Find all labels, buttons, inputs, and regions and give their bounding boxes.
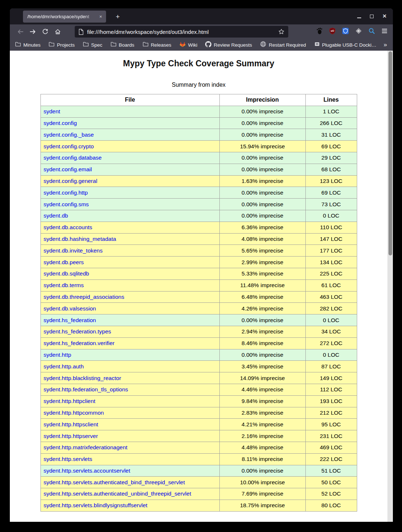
file-link[interactable]: sydent <box>44 108 61 114</box>
bookmark-item[interactable]: Boards <box>110 42 134 48</box>
bookmark-item[interactable]: Minutes <box>15 42 40 48</box>
file-link[interactable]: sydent.db.hashing_metadata <box>44 236 116 242</box>
file-link[interactable]: sydent.http.blacklisting_reactor <box>44 375 121 381</box>
file-link[interactable]: sydent.hs_federation <box>44 317 96 323</box>
file-link[interactable]: sydent.config.http <box>44 189 88 196</box>
url-text[interactable]: file:///home/dmr/workspace/sydent/out3/i… <box>87 29 278 35</box>
bookmark-item[interactable]: Restart Required <box>260 41 306 49</box>
file-link[interactable]: sydent.db.threepid_associations <box>44 294 124 300</box>
file-link[interactable]: sydent.http.httpcommon <box>44 410 104 416</box>
gnome-foot-icon[interactable] <box>316 27 323 36</box>
url-bar[interactable]: file:///home/dmr/workspace/sydent/out3/i… <box>75 26 288 38</box>
file-link[interactable]: sydent.http.servlets.authenticated_unbin… <box>44 490 191 497</box>
file-link[interactable]: sydent.db.valsession <box>44 305 96 312</box>
file-cell: sydent.db.peers <box>40 257 219 268</box>
file-link[interactable]: sydent.config._base <box>44 132 94 138</box>
imprecision-cell: 4.48% imprecise <box>219 442 305 453</box>
bookmark-item[interactable]: Review Requests <box>205 41 252 49</box>
lines-cell: 282 LOC <box>305 303 357 314</box>
new-tab-button[interactable]: + <box>113 12 122 21</box>
bookmark-star-icon[interactable] <box>278 28 285 35</box>
imprecision-cell: 1.63% imprecise <box>219 175 305 187</box>
search-button[interactable] <box>368 27 375 36</box>
file-link[interactable]: sydent.http.servlets.blindlysignstuffser… <box>44 502 148 508</box>
file-link[interactable]: sydent.http.httpclient <box>44 398 95 404</box>
table-row: sydent.http.servlets.authenticated_unbin… <box>40 488 357 500</box>
file-link[interactable]: sydent.http.servlets.accountservlet <box>44 468 130 474</box>
tab-close-icon[interactable]: × <box>97 13 104 20</box>
home-button[interactable] <box>51 26 64 37</box>
file-link[interactable]: sydent.config <box>44 120 77 126</box>
table-row: sydent.http.servlets.authenticated_bind_… <box>40 477 357 488</box>
lines-cell: 110 LOC <box>305 222 357 233</box>
table-row: sydent.http.auth3.45% imprecise87 LOC <box>40 361 357 372</box>
gitlab-icon <box>179 41 186 49</box>
lines-cell: 50 LOC <box>305 477 357 488</box>
file-link[interactable]: sydent.config.email <box>44 166 92 172</box>
bookmark-label: Plugable USB-C Docki… <box>322 42 376 48</box>
file-link[interactable]: sydent.http.servlets.authenticated_bind_… <box>44 479 185 485</box>
imprecision-cell: 18.75% imprecise <box>219 500 305 511</box>
tab[interactable]: /home/dmr/workspace/sydent × <box>23 11 106 23</box>
page-title: Mypy Type Check Coverage Summary <box>10 59 387 69</box>
bitwarden-icon[interactable] <box>342 27 349 36</box>
file-link[interactable]: sydent.hs_federation.verifier <box>44 340 115 346</box>
file-cell: sydent.hs_federation <box>40 314 219 326</box>
maximize-icon <box>370 15 374 18</box>
file-cell: sydent.db.hashing_metadata <box>40 233 219 245</box>
file-link[interactable]: sydent.http.httpsclient <box>44 421 98 427</box>
file-link[interactable]: sydent.config.database <box>44 154 102 161</box>
bookmark-item[interactable]: Spec <box>83 42 102 48</box>
scrollbar[interactable] <box>387 51 393 522</box>
bookmark-item[interactable]: Plugable USB-C Docki… <box>314 41 376 48</box>
file-link[interactable]: sydent.db.sqlitedb <box>44 270 89 277</box>
file-link[interactable]: sydent.http.servlets <box>44 456 93 462</box>
bookmark-label: Review Requests <box>214 42 252 48</box>
bookmark-item[interactable]: Projects <box>48 42 75 48</box>
file-link[interactable]: sydent.config.general <box>44 178 97 184</box>
file-link[interactable]: sydent.http.auth <box>44 363 84 369</box>
file-link[interactable]: sydent.http <box>44 352 71 358</box>
reload-button[interactable] <box>39 26 51 37</box>
bookmark-item[interactable]: Releases <box>143 42 171 48</box>
file-link[interactable]: sydent.config.crypto <box>44 143 94 149</box>
tab-strip: /home/dmr/workspace/sydent × + ✕ <box>10 8 393 24</box>
scrollbar-thumb[interactable] <box>389 51 392 255</box>
bookmarks-overflow-button[interactable]: » <box>384 41 387 48</box>
page-content: Mypy Type Check Coverage Summary Summary… <box>10 51 393 522</box>
extension-icon[interactable] <box>355 27 362 36</box>
file-link[interactable]: sydent.db.terms <box>44 282 84 288</box>
file-cell: sydent.config.general <box>40 175 219 187</box>
file-link[interactable]: sydent.db.invite_tokens <box>44 247 103 254</box>
file-link[interactable]: sydent.db.accounts <box>44 224 93 230</box>
file-cell: sydent.http.auth <box>40 361 219 372</box>
table-row: sydent.http.matrixfederationagent4.48% i… <box>40 442 357 453</box>
file-link[interactable]: sydent.config.sms <box>44 201 89 207</box>
imprecision-cell: 0.00% imprecise <box>219 465 305 477</box>
ublock-origin-icon[interactable]: uO <box>329 27 336 36</box>
close-button[interactable]: ✕ <box>382 13 387 19</box>
table-row: sydent.db.hashing_metadata4.08% imprecis… <box>40 233 357 245</box>
back-button[interactable] <box>14 26 27 37</box>
minimize-button[interactable] <box>356 13 362 19</box>
table-row: sydent.config.email0.00% imprecise68 LOC <box>40 164 357 175</box>
table-row: sydent.db.peers2.99% imprecise134 LOC <box>40 257 357 268</box>
imprecision-cell: 0.00% imprecise <box>219 199 305 210</box>
imprecision-cell: 7.69% imprecise <box>219 488 305 500</box>
lines-cell: 51 LOC <box>305 465 357 477</box>
file-link[interactable]: sydent.hs_federation.types <box>44 328 111 335</box>
file-link[interactable]: sydent.db.peers <box>44 259 84 265</box>
forward-button[interactable] <box>27 26 39 37</box>
file-link[interactable]: sydent.http.federation_tls_options <box>44 386 128 392</box>
bookmark-item[interactable]: Wiki <box>179 41 198 49</box>
file-link[interactable]: sydent.http.httpserver <box>44 433 98 439</box>
globe-icon <box>260 41 266 49</box>
file-cell: sydent.http.servlets.authenticated_bind_… <box>40 477 219 488</box>
file-link[interactable]: sydent.http.matrixfederationagent <box>44 444 128 450</box>
file-link[interactable]: sydent.db <box>44 212 68 219</box>
maximize-button[interactable] <box>369 13 374 19</box>
menu-button[interactable] <box>381 28 388 35</box>
lines-cell: 225 LOC <box>305 268 357 279</box>
page-subtitle: Summary from index <box>10 82 387 88</box>
lines-cell: 177 LOC <box>305 245 357 257</box>
